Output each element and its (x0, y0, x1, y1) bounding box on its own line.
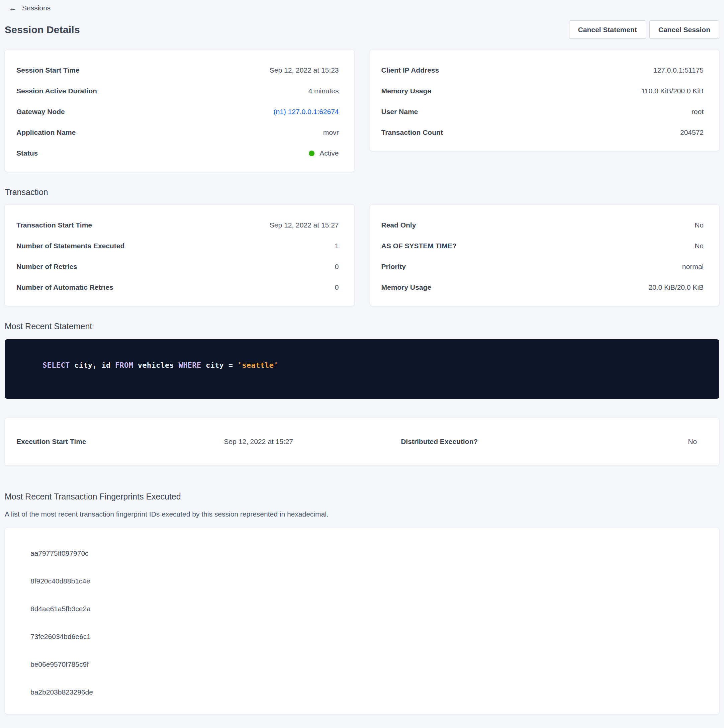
retries-value: 0 (335, 263, 339, 271)
fingerprint-list-item: 73fe26034bd6e6c1 (5, 622, 719, 650)
session-summary-card-left: Session Start Time Sep 12, 2022 at 15:23… (5, 49, 355, 172)
priority-row: Priority normal (370, 256, 719, 277)
sql-token-plain: vehicles (133, 361, 178, 369)
sql-token-plain: city = (201, 361, 237, 369)
sql-token-string: 'seattle' (237, 361, 279, 369)
back-to-sessions-link[interactable]: ← Sessions (9, 4, 51, 12)
transaction-memory-usage-label: Memory Usage (381, 283, 431, 291)
sql-token-keyword: WHERE (179, 361, 201, 369)
retries-label: Number of Retries (16, 263, 77, 271)
sql-token-keyword: FROM (115, 361, 133, 369)
client-ip-row: Client IP Address 127.0.0.1:51175 (370, 60, 719, 81)
gateway-node-link[interactable]: (n1) 127.0.0.1:62674 (274, 108, 339, 116)
cancel-statement-button[interactable]: Cancel Statement (569, 20, 646, 39)
session-start-time-value: Sep 12, 2022 at 15:23 (269, 66, 339, 74)
sql-token-keyword: SELECT (43, 361, 70, 369)
read-only-row: Read Only No (370, 215, 719, 236)
session-active-duration-label: Session Active Duration (16, 87, 97, 95)
as-of-system-time-row: AS OF SYSTEM TIME? No (370, 236, 719, 256)
client-ip-value: 127.0.0.1:51175 (654, 66, 704, 74)
session-memory-usage-row: Memory Usage 110.0 KiB/200.0 KiB (370, 81, 719, 101)
execution-details-card: Execution Start Time Sep 12, 2022 at 15:… (5, 418, 719, 466)
application-name-label: Application Name (16, 128, 76, 136)
most-recent-statement-heading: Most Recent Statement (5, 321, 719, 331)
gateway-node-row: Gateway Node (n1) 127.0.0.1:62674 (5, 101, 354, 122)
session-active-duration-value: 4 minutes (308, 87, 338, 95)
as-of-system-time-value: No (695, 242, 704, 250)
gateway-node-label: Gateway Node (16, 108, 65, 116)
status-row: Status Active (5, 143, 354, 164)
priority-value: normal (682, 263, 704, 271)
sql-statement-text: SELECT city, id FROM vehicles WHERE city… (15, 353, 709, 378)
page-title: Session Details (5, 24, 80, 35)
retries-row: Number of Retries 0 (5, 256, 354, 277)
session-start-time-label: Session Start Time (16, 66, 80, 74)
user-name-label: User Name (381, 108, 418, 116)
as-of-system-time-label: AS OF SYSTEM TIME? (381, 242, 457, 250)
fingerprint-list-item: aa79775ff097970c (5, 539, 719, 567)
session-details-page: ← Sessions Session Details Cancel Statem… (0, 0, 724, 714)
session-start-time-row: Session Start Time Sep 12, 2022 at 15:23 (5, 60, 354, 81)
application-name-row: Application Name movr (5, 122, 354, 143)
transaction-section-heading: Transaction (5, 187, 719, 197)
transaction-count-label: Transaction Count (381, 128, 443, 136)
statements-executed-value: 1 (335, 242, 339, 250)
read-only-label: Read Only (381, 221, 416, 229)
transaction-card-left: Transaction Start Time Sep 12, 2022 at 1… (5, 204, 355, 306)
arrow-left-icon: ← (9, 4, 17, 12)
status-badge: Active (309, 149, 338, 157)
automatic-retries-value: 0 (335, 283, 339, 291)
transaction-memory-usage-value: 20.0 KiB/20.0 KiB (648, 283, 704, 291)
transaction-count-value: 204572 (680, 128, 704, 136)
fingerprints-description: A list of the most recent transaction fi… (5, 510, 719, 518)
sql-statement-box: SELECT city, id FROM vehicles WHERE city… (5, 339, 719, 399)
session-summary-card-right: Client IP Address 127.0.0.1:51175 Memory… (370, 49, 719, 151)
session-memory-usage-label: Memory Usage (381, 87, 431, 95)
fingerprints-section-heading: Most Recent Transaction Fingerprints Exe… (5, 492, 719, 502)
transaction-memory-usage-row: Memory Usage 20.0 KiB/20.0 KiB (370, 277, 719, 298)
execution-start-time-value: Sep 12, 2022 at 15:27 (224, 437, 401, 446)
fingerprint-list-item: ba2b203b823296de (5, 678, 719, 706)
status-label: Status (16, 149, 38, 157)
automatic-retries-row: Number of Automatic Retries 0 (5, 277, 354, 298)
session-memory-usage-value: 110.0 KiB/200.0 KiB (641, 87, 704, 95)
distributed-execution-value: No (581, 437, 697, 446)
fingerprints-card: aa79775ff097970c 8f920c40d88b1c4e 8d4ae6… (5, 528, 719, 714)
session-active-duration-row: Session Active Duration 4 minutes (5, 81, 354, 101)
status-active-dot-icon (309, 151, 314, 156)
priority-label: Priority (381, 263, 406, 271)
automatic-retries-label: Number of Automatic Retries (16, 283, 113, 291)
execution-start-time-label: Execution Start Time (16, 437, 224, 446)
transaction-start-time-row: Transaction Start Time Sep 12, 2022 at 1… (5, 215, 354, 236)
back-link-label: Sessions (22, 4, 51, 12)
read-only-value: No (695, 221, 704, 229)
user-name-row: User Name root (370, 101, 719, 122)
statements-executed-row: Number of Statements Executed 1 (5, 236, 354, 256)
fingerprint-list-item: be06e9570f785c9f (5, 650, 719, 678)
transaction-card-right: Read Only No AS OF SYSTEM TIME? No Prior… (370, 204, 719, 306)
client-ip-label: Client IP Address (381, 66, 439, 74)
header-actions: Cancel Statement Cancel Session (569, 20, 719, 39)
transaction-start-time-value: Sep 12, 2022 at 15:27 (269, 221, 339, 229)
fingerprint-list-item: 8d4ae61a5fb3ce2a (5, 595, 719, 622)
sql-token-plain: city, id (70, 361, 115, 369)
application-name-value: movr (323, 128, 339, 136)
cancel-session-button[interactable]: Cancel Session (649, 20, 719, 39)
transaction-start-time-label: Transaction Start Time (16, 221, 92, 229)
transaction-count-row: Transaction Count 204572 (370, 122, 719, 143)
fingerprint-list-item: 8f920c40d88b1c4e (5, 567, 719, 595)
statements-executed-label: Number of Statements Executed (16, 242, 124, 250)
distributed-execution-label: Distributed Execution? (401, 437, 581, 446)
user-name-value: root (692, 108, 704, 116)
status-value: Active (320, 149, 338, 157)
